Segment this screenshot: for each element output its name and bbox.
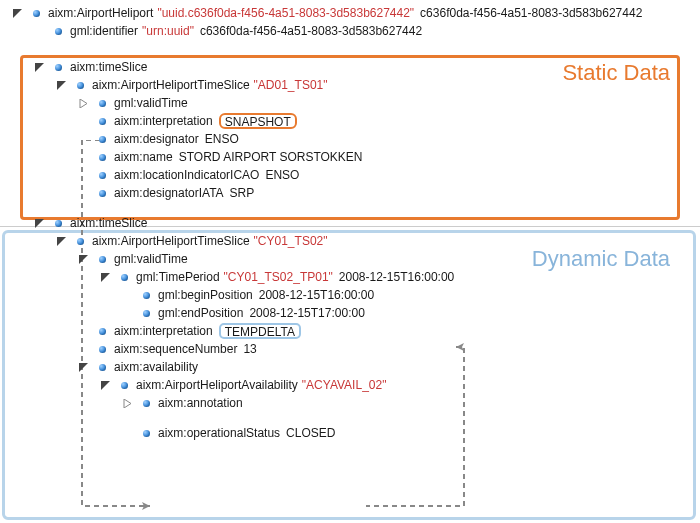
twisty-open-icon[interactable]: [28, 58, 50, 76]
node-bullet-icon: [50, 58, 66, 76]
node-value: CLOSED: [286, 426, 335, 440]
node-bullet-icon: [94, 340, 110, 358]
node-key: aixm:locationIndicatorICAO: [114, 168, 259, 182]
tree-row[interactable]: aixm:AirportHeliport "uuid.c636f0da-f456…: [6, 4, 700, 22]
node-key: aixm:AirportHeliportAvailability: [136, 378, 298, 392]
tree-row[interactable]: aixm:annotation: [6, 394, 700, 412]
node-bullet-icon: [116, 376, 132, 394]
tempdelta-pill: TEMPDELTA: [219, 323, 301, 339]
twisty-open-icon[interactable]: [50, 76, 72, 94]
node-key: gml:beginPosition: [158, 288, 253, 302]
tree-row[interactable]: aixm:interpretation SNAPSHOT: [6, 112, 700, 130]
node-bullet-icon: [94, 322, 110, 340]
node-bullet-icon: [94, 112, 110, 130]
node-bullet-icon: [138, 304, 154, 322]
node-key: gml:endPosition: [158, 306, 243, 320]
tree-row[interactable]: aixm:timeSlice: [6, 214, 700, 232]
node-key: aixm:interpretation: [114, 324, 213, 338]
twisty-open-icon[interactable]: [72, 250, 94, 268]
tree-row[interactable]: gml:TimePeriod "CY01_TS02_TP01" 2008-12-…: [6, 268, 700, 286]
tree-row[interactable]: aixm:sequenceNumber 13: [6, 340, 700, 358]
node-attr: "uuid.c636f0da-f456-4a51-8083-3d583b6274…: [157, 6, 414, 20]
node-key: aixm:name: [114, 150, 173, 164]
node-key: aixm:annotation: [158, 396, 243, 410]
node-attr: "CY01_TS02": [254, 234, 328, 248]
tree-row[interactable]: aixm:name STORD AIRPORT SORSTOKKEN: [6, 148, 700, 166]
node-key: gml:identifier: [70, 24, 138, 38]
node-value: ENSO: [205, 132, 239, 146]
node-value: 2008-12-15T16:00:00: [339, 270, 454, 284]
node-bullet-icon: [72, 232, 88, 250]
node-bullet-icon: [94, 130, 110, 148]
node-key: aixm:timeSlice: [70, 216, 147, 230]
node-bullet-icon: [94, 148, 110, 166]
tree-row[interactable]: gml:validTime: [6, 250, 700, 268]
xml-tree: aixm:AirportHeliport "uuid.c636f0da-f456…: [0, 0, 700, 446]
tree-row[interactable]: aixm:AirportHeliportTimeSlice "AD01_TS01…: [6, 76, 700, 94]
node-key: aixm:AirportHeliportTimeSlice: [92, 78, 250, 92]
node-attr: "CY01_TS02_TP01": [224, 270, 333, 284]
twisty-open-icon[interactable]: [50, 232, 72, 250]
node-key: aixm:AirportHeliport: [48, 6, 153, 20]
node-bullet-icon: [94, 250, 110, 268]
node-attr: "ACYAVAIL_02": [302, 378, 387, 392]
node-attr: "urn:uuid": [142, 24, 194, 38]
tree-row[interactable]: aixm:designatorIATA SRP: [6, 184, 700, 202]
node-value: SRP: [230, 186, 255, 200]
node-key: aixm:AirportHeliportTimeSlice: [92, 234, 250, 248]
tree-row[interactable]: gml:beginPosition 2008-12-15T16:00:00: [6, 286, 700, 304]
node-bullet-icon: [94, 94, 110, 112]
twisty-open-icon[interactable]: [6, 4, 28, 22]
node-bullet-icon: [28, 4, 44, 22]
node-bullet-icon: [94, 166, 110, 184]
node-bullet-icon: [72, 76, 88, 94]
node-value: 2008-12-15T16:00:00: [259, 288, 374, 302]
node-bullet-icon: [138, 286, 154, 304]
node-key: aixm:availability: [114, 360, 198, 374]
node-key: aixm:timeSlice: [70, 60, 147, 74]
node-bullet-icon: [50, 22, 66, 40]
tree-row[interactable]: aixm:interpretation TEMPDELTA: [6, 322, 700, 340]
twisty-closed-icon[interactable]: [116, 394, 138, 412]
twisty-open-icon[interactable]: [94, 268, 116, 286]
node-key: aixm:operationalStatus: [158, 426, 280, 440]
twisty-open-icon[interactable]: [28, 214, 50, 232]
tree-row[interactable]: aixm:designator ENSO: [6, 130, 700, 148]
twisty-open-icon[interactable]: [72, 358, 94, 376]
snapshot-pill: SNAPSHOT: [219, 113, 297, 129]
node-bullet-icon: [94, 358, 110, 376]
node-key: gml:TimePeriod: [136, 270, 220, 284]
node-value: c636f0da-f456-4a51-8083-3d583b627442: [200, 24, 422, 38]
node-value: c636f0da-f456-4a51-8083-3d583b627442: [420, 6, 642, 20]
node-key: aixm:sequenceNumber: [114, 342, 237, 356]
node-key: aixm:designatorIATA: [114, 186, 224, 200]
tree-row[interactable]: aixm:availability: [6, 358, 700, 376]
node-bullet-icon: [50, 214, 66, 232]
tree-row[interactable]: aixm:timeSlice: [6, 58, 700, 76]
node-bullet-icon: [94, 184, 110, 202]
node-attr: "AD01_TS01": [254, 78, 328, 92]
node-value: STORD AIRPORT SORSTOKKEN: [179, 150, 363, 164]
node-key: gml:validTime: [114, 96, 188, 110]
tree-row[interactable]: aixm:AirportHeliportAvailability "ACYAVA…: [6, 376, 700, 394]
tree-row[interactable]: gml:validTime: [6, 94, 700, 112]
twisty-closed-icon[interactable]: [72, 94, 94, 112]
tree-row[interactable]: aixm:AirportHeliportTimeSlice "CY01_TS02…: [6, 232, 700, 250]
tree-row[interactable]: aixm:locationIndicatorICAO ENSO: [6, 166, 700, 184]
node-key: aixm:designator: [114, 132, 199, 146]
node-bullet-icon: [138, 394, 154, 412]
node-value: ENSO: [265, 168, 299, 182]
node-value: 13: [243, 342, 256, 356]
tree-row[interactable]: aixm:operationalStatus CLOSED: [6, 424, 700, 442]
node-key: aixm:interpretation: [114, 114, 213, 128]
node-key: gml:validTime: [114, 252, 188, 266]
tree-row[interactable]: gml:endPosition 2008-12-15T17:00:00: [6, 304, 700, 322]
twisty-open-icon[interactable]: [94, 376, 116, 394]
node-bullet-icon: [138, 424, 154, 442]
node-value: 2008-12-15T17:00:00: [249, 306, 364, 320]
tree-row[interactable]: gml:identifier "urn:uuid" c636f0da-f456-…: [6, 22, 700, 40]
node-bullet-icon: [116, 268, 132, 286]
